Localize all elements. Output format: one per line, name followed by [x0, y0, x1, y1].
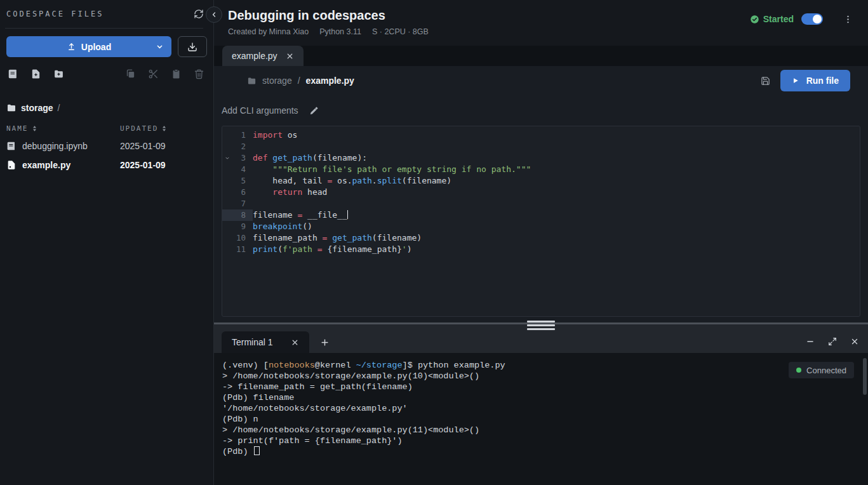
file-name: debugging.ipynb	[6, 141, 120, 151]
upload-icon	[67, 42, 76, 51]
terminal-line: (Pdb)	[222, 446, 868, 457]
file-toolbar: storage / example.py Run file	[214, 66, 868, 95]
line-number: 9	[232, 221, 246, 232]
terminal-cursor	[254, 446, 260, 455]
panel-resize-area[interactable]	[214, 317, 868, 324]
line-gutter: 4	[222, 164, 253, 175]
cli-arguments-row: Add CLI arguments	[214, 95, 868, 126]
code-line-2[interactable]: 2	[222, 141, 860, 152]
new-file-button[interactable]	[29, 67, 43, 81]
book-icon	[8, 69, 18, 79]
line-gutter: 11	[222, 244, 253, 255]
line-number: 2	[232, 141, 246, 152]
code-line-3[interactable]: 3def get_path(filename):	[222, 152, 860, 164]
resize-handle[interactable]	[527, 321, 555, 330]
scissors-icon	[148, 69, 159, 79]
play-icon	[792, 77, 799, 84]
breadcrumb-file: example.py	[306, 76, 354, 86]
connected-dot-icon	[796, 368, 801, 373]
line-gutter: 5	[222, 175, 253, 187]
line-gutter: 2	[222, 141, 253, 152]
status-badge: Started	[750, 14, 794, 24]
folder-plus-icon	[53, 69, 64, 79]
terminal-line: (Pdb) filename	[222, 392, 868, 403]
code-line-10[interactable]: 10filename_path = get_path(filename)	[222, 232, 860, 244]
terminal-scrollbar[interactable]	[863, 358, 867, 395]
code-line-5[interactable]: 5 head, tail = os.path.split(filename)	[222, 175, 860, 187]
code-line-11[interactable]: 11print(f'path = {filename_path}')	[222, 244, 860, 255]
sidebar-breadcrumb[interactable]: storage /	[0, 86, 213, 121]
file-row[interactable]: debugging.ipynb2025-01-09	[0, 136, 213, 156]
tab-example-py[interactable]: example.py	[222, 46, 304, 66]
line-gutter: 8	[222, 209, 253, 221]
editor-tabstrip: example.py	[214, 46, 868, 66]
minimize-terminal-button[interactable]	[806, 337, 815, 346]
paste-button	[170, 67, 183, 81]
run-file-button[interactable]: Run file	[780, 70, 850, 91]
code-editor[interactable]: 1import os23def get_path(filename):4 """…	[222, 126, 860, 317]
connected-label: Connected	[806, 366, 846, 375]
code-text: import os	[253, 130, 297, 141]
file-updated: 2025-01-09	[120, 160, 207, 170]
kebab-icon	[843, 14, 853, 25]
sidebar-header: CODESPACE FILES	[0, 0, 213, 28]
fold-chevron-icon[interactable]	[224, 155, 232, 161]
connected-badge: Connected	[789, 362, 854, 378]
collapse-sidebar-button[interactable]	[206, 6, 222, 23]
terminal-tab-label: Terminal 1	[232, 337, 273, 347]
line-gutter: 9	[222, 221, 253, 232]
clipboard-icon	[171, 69, 182, 79]
file-list: debugging.ipynb2025-01-09example.py2025-…	[0, 136, 213, 175]
terminal-line: > /home/notebooks/storage/example.py(11)…	[222, 425, 868, 435]
code-line-6[interactable]: 6 return head	[222, 187, 860, 198]
toggle-knob	[813, 15, 822, 23]
expand-icon	[828, 337, 837, 346]
sort-by-name-button[interactable]: NAME	[6, 124, 120, 133]
sort-icon	[30, 124, 39, 133]
more-options-button[interactable]	[841, 12, 855, 27]
expand-terminal-button[interactable]	[828, 337, 837, 346]
download-button[interactable]	[178, 36, 207, 57]
sort-by-updated-button[interactable]: UPDATED	[120, 124, 207, 133]
close-icon	[850, 337, 859, 346]
breadcrumb-folder[interactable]: storage	[262, 76, 292, 86]
close-tab-button[interactable]	[286, 52, 294, 60]
folder-name[interactable]: storage	[21, 103, 53, 113]
line-number: 3	[232, 152, 246, 164]
line-gutter: 3	[222, 152, 253, 164]
sidebar-title: CODESPACE FILES	[6, 10, 103, 18]
code-line-9[interactable]: 9breakpoint()	[222, 221, 860, 232]
code-line-8[interactable]: 8filename = __file__	[222, 209, 860, 221]
code-line-7[interactable]: 7	[222, 198, 860, 209]
edit-cli-arguments-button[interactable]	[309, 106, 319, 116]
code-text: print(f'path = {filename_path}')	[253, 244, 411, 255]
machine-toggle[interactable]	[801, 13, 823, 25]
file-panel: storage / example.py Run file Add CLI ar…	[214, 66, 868, 317]
file-toolbar-right: Run file	[761, 70, 850, 91]
chevron-down-icon	[155, 42, 164, 51]
text-cursor	[347, 210, 349, 219]
pencil-icon	[309, 106, 319, 116]
main-area: Debugging in codespaces Created by Minna…	[214, 0, 868, 485]
tab-terminal-1[interactable]: Terminal 1	[222, 331, 309, 353]
terminal-line: (Pdb) n	[222, 414, 868, 425]
save-button[interactable]	[761, 76, 770, 86]
refresh-button[interactable]	[192, 7, 206, 21]
upload-button[interactable]: Upload	[6, 36, 171, 57]
file-row[interactable]: example.py2025-01-09	[0, 156, 213, 175]
new-folder-button[interactable]	[52, 67, 65, 81]
machine-spec: S · 2CPU · 8GB	[372, 27, 429, 36]
code-line-1[interactable]: 1import os	[222, 130, 860, 141]
name-column-label: NAME	[6, 124, 29, 133]
close-terminal-button[interactable]	[850, 337, 859, 346]
code-line-4[interactable]: 4 """Return file's path or empty string …	[222, 164, 860, 175]
python-version: Python 3.11	[319, 27, 361, 36]
new-terminal-button[interactable]	[320, 338, 330, 347]
folder-icon	[247, 76, 257, 86]
new-notebook-button[interactable]	[6, 67, 20, 81]
terminal-output[interactable]: (.venv) [notebooks@kernel ~/storage]$ py…	[214, 353, 868, 485]
sort-icon	[160, 124, 168, 133]
line-gutter: 7	[222, 198, 253, 209]
close-terminal-tab-button[interactable]	[291, 338, 299, 347]
folder-icon	[6, 103, 17, 113]
